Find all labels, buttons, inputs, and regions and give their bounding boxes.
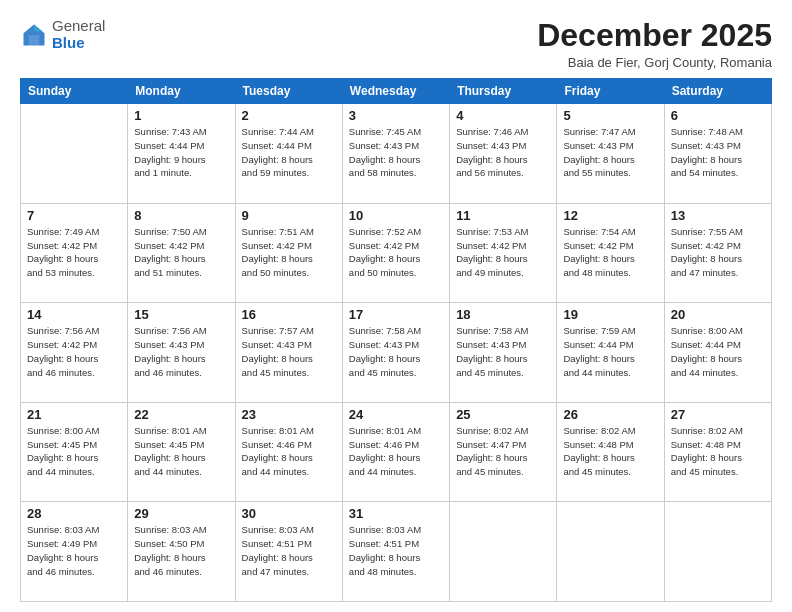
day-number: 22	[134, 407, 228, 422]
day-info: Sunrise: 8:01 AM Sunset: 4:46 PM Dayligh…	[242, 424, 336, 479]
day-number: 7	[27, 208, 121, 223]
calendar-cell: 30Sunrise: 8:03 AM Sunset: 4:51 PM Dayli…	[235, 502, 342, 602]
logo-text: General Blue	[52, 18, 105, 51]
day-info: Sunrise: 7:47 AM Sunset: 4:43 PM Dayligh…	[563, 125, 657, 180]
day-number: 21	[27, 407, 121, 422]
day-info: Sunrise: 8:00 AM Sunset: 4:44 PM Dayligh…	[671, 324, 765, 379]
calendar-cell: 14Sunrise: 7:56 AM Sunset: 4:42 PM Dayli…	[21, 303, 128, 403]
day-info: Sunrise: 7:55 AM Sunset: 4:42 PM Dayligh…	[671, 225, 765, 280]
calendar-cell: 10Sunrise: 7:52 AM Sunset: 4:42 PM Dayli…	[342, 203, 449, 303]
day-info: Sunrise: 7:45 AM Sunset: 4:43 PM Dayligh…	[349, 125, 443, 180]
day-info: Sunrise: 8:01 AM Sunset: 4:45 PM Dayligh…	[134, 424, 228, 479]
calendar-cell: 21Sunrise: 8:00 AM Sunset: 4:45 PM Dayli…	[21, 402, 128, 502]
day-info: Sunrise: 8:03 AM Sunset: 4:51 PM Dayligh…	[242, 523, 336, 578]
day-info: Sunrise: 7:57 AM Sunset: 4:43 PM Dayligh…	[242, 324, 336, 379]
logo: General Blue	[20, 18, 105, 51]
month-title: December 2025	[537, 18, 772, 53]
calendar-cell: 23Sunrise: 8:01 AM Sunset: 4:46 PM Dayli…	[235, 402, 342, 502]
calendar-cell: 25Sunrise: 8:02 AM Sunset: 4:47 PM Dayli…	[450, 402, 557, 502]
day-info: Sunrise: 8:03 AM Sunset: 4:51 PM Dayligh…	[349, 523, 443, 578]
calendar-cell	[557, 502, 664, 602]
day-info: Sunrise: 7:58 AM Sunset: 4:43 PM Dayligh…	[349, 324, 443, 379]
day-info: Sunrise: 7:51 AM Sunset: 4:42 PM Dayligh…	[242, 225, 336, 280]
svg-marker-1	[34, 24, 43, 31]
day-info: Sunrise: 7:54 AM Sunset: 4:42 PM Dayligh…	[563, 225, 657, 280]
day-info: Sunrise: 7:59 AM Sunset: 4:44 PM Dayligh…	[563, 324, 657, 379]
weekday-header-wednesday: Wednesday	[342, 79, 449, 104]
weekday-header-row: SundayMondayTuesdayWednesdayThursdayFrid…	[21, 79, 772, 104]
calendar-cell: 24Sunrise: 8:01 AM Sunset: 4:46 PM Dayli…	[342, 402, 449, 502]
day-number: 23	[242, 407, 336, 422]
location: Baia de Fier, Gorj County, Romania	[537, 55, 772, 70]
day-number: 16	[242, 307, 336, 322]
weekday-header-tuesday: Tuesday	[235, 79, 342, 104]
day-number: 14	[27, 307, 121, 322]
calendar-cell: 7Sunrise: 7:49 AM Sunset: 4:42 PM Daylig…	[21, 203, 128, 303]
day-number: 25	[456, 407, 550, 422]
calendar-cell	[664, 502, 771, 602]
logo-blue: Blue	[52, 34, 85, 51]
calendar-cell: 5Sunrise: 7:47 AM Sunset: 4:43 PM Daylig…	[557, 104, 664, 204]
day-info: Sunrise: 7:52 AM Sunset: 4:42 PM Dayligh…	[349, 225, 443, 280]
calendar-cell: 29Sunrise: 8:03 AM Sunset: 4:50 PM Dayli…	[128, 502, 235, 602]
calendar-cell: 16Sunrise: 7:57 AM Sunset: 4:43 PM Dayli…	[235, 303, 342, 403]
calendar-cell	[21, 104, 128, 204]
calendar-cell: 26Sunrise: 8:02 AM Sunset: 4:48 PM Dayli…	[557, 402, 664, 502]
day-number: 18	[456, 307, 550, 322]
day-info: Sunrise: 7:49 AM Sunset: 4:42 PM Dayligh…	[27, 225, 121, 280]
day-number: 24	[349, 407, 443, 422]
calendar-cell: 9Sunrise: 7:51 AM Sunset: 4:42 PM Daylig…	[235, 203, 342, 303]
week-row-4: 21Sunrise: 8:00 AM Sunset: 4:45 PM Dayli…	[21, 402, 772, 502]
calendar-cell: 11Sunrise: 7:53 AM Sunset: 4:42 PM Dayli…	[450, 203, 557, 303]
calendar-cell: 13Sunrise: 7:55 AM Sunset: 4:42 PM Dayli…	[664, 203, 771, 303]
day-info: Sunrise: 8:03 AM Sunset: 4:50 PM Dayligh…	[134, 523, 228, 578]
calendar-cell: 20Sunrise: 8:00 AM Sunset: 4:44 PM Dayli…	[664, 303, 771, 403]
day-number: 5	[563, 108, 657, 123]
day-number: 26	[563, 407, 657, 422]
calendar-cell: 15Sunrise: 7:56 AM Sunset: 4:43 PM Dayli…	[128, 303, 235, 403]
header: General Blue December 2025 Baia de Fier,…	[20, 18, 772, 70]
calendar-cell: 22Sunrise: 8:01 AM Sunset: 4:45 PM Dayli…	[128, 402, 235, 502]
day-number: 29	[134, 506, 228, 521]
day-number: 13	[671, 208, 765, 223]
calendar-cell: 31Sunrise: 8:03 AM Sunset: 4:51 PM Dayli…	[342, 502, 449, 602]
day-number: 17	[349, 307, 443, 322]
day-number: 19	[563, 307, 657, 322]
day-number: 28	[27, 506, 121, 521]
weekday-header-thursday: Thursday	[450, 79, 557, 104]
calendar-cell	[450, 502, 557, 602]
day-number: 31	[349, 506, 443, 521]
weekday-header-friday: Friday	[557, 79, 664, 104]
weekday-header-saturday: Saturday	[664, 79, 771, 104]
calendar-cell: 19Sunrise: 7:59 AM Sunset: 4:44 PM Dayli…	[557, 303, 664, 403]
day-number: 6	[671, 108, 765, 123]
logo-general: General	[52, 17, 105, 34]
day-number: 12	[563, 208, 657, 223]
day-number: 1	[134, 108, 228, 123]
day-number: 10	[349, 208, 443, 223]
day-number: 27	[671, 407, 765, 422]
day-number: 20	[671, 307, 765, 322]
weekday-header-sunday: Sunday	[21, 79, 128, 104]
day-number: 2	[242, 108, 336, 123]
day-number: 15	[134, 307, 228, 322]
day-number: 4	[456, 108, 550, 123]
calendar-cell: 4Sunrise: 7:46 AM Sunset: 4:43 PM Daylig…	[450, 104, 557, 204]
day-number: 3	[349, 108, 443, 123]
day-info: Sunrise: 7:48 AM Sunset: 4:43 PM Dayligh…	[671, 125, 765, 180]
day-info: Sunrise: 8:00 AM Sunset: 4:45 PM Dayligh…	[27, 424, 121, 479]
week-row-2: 7Sunrise: 7:49 AM Sunset: 4:42 PM Daylig…	[21, 203, 772, 303]
day-info: Sunrise: 8:01 AM Sunset: 4:46 PM Dayligh…	[349, 424, 443, 479]
svg-rect-2	[29, 35, 40, 46]
day-info: Sunrise: 7:44 AM Sunset: 4:44 PM Dayligh…	[242, 125, 336, 180]
day-info: Sunrise: 7:53 AM Sunset: 4:42 PM Dayligh…	[456, 225, 550, 280]
day-info: Sunrise: 7:43 AM Sunset: 4:44 PM Dayligh…	[134, 125, 228, 180]
day-number: 30	[242, 506, 336, 521]
week-row-1: 1Sunrise: 7:43 AM Sunset: 4:44 PM Daylig…	[21, 104, 772, 204]
day-info: Sunrise: 7:56 AM Sunset: 4:43 PM Dayligh…	[134, 324, 228, 379]
calendar-cell: 17Sunrise: 7:58 AM Sunset: 4:43 PM Dayli…	[342, 303, 449, 403]
calendar-cell: 18Sunrise: 7:58 AM Sunset: 4:43 PM Dayli…	[450, 303, 557, 403]
logo-icon	[20, 21, 48, 49]
day-number: 8	[134, 208, 228, 223]
calendar-cell: 6Sunrise: 7:48 AM Sunset: 4:43 PM Daylig…	[664, 104, 771, 204]
